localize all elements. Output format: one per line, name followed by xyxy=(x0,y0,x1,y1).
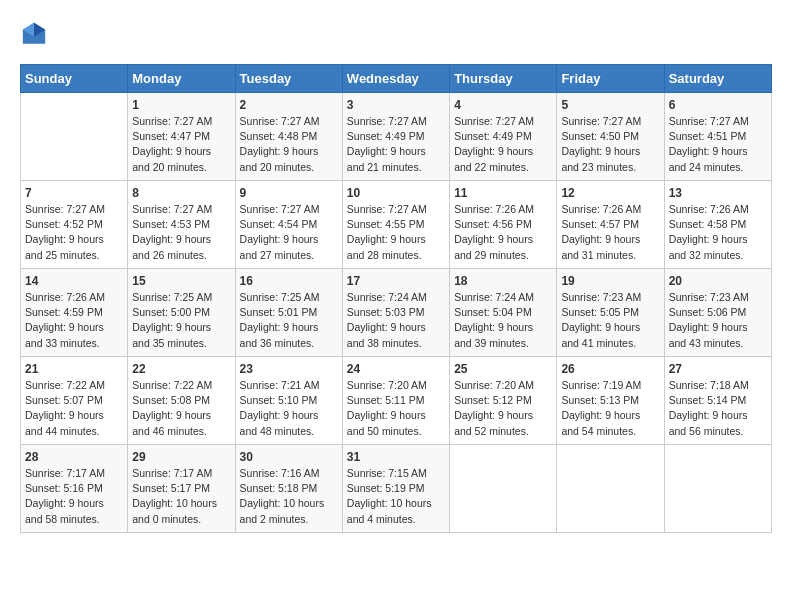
calendar-cell: 3Sunrise: 7:27 AM Sunset: 4:49 PM Daylig… xyxy=(342,93,449,181)
calendar-cell: 1Sunrise: 7:27 AM Sunset: 4:47 PM Daylig… xyxy=(128,93,235,181)
day-number: 15 xyxy=(132,274,230,288)
day-info: Sunrise: 7:27 AM Sunset: 4:53 PM Dayligh… xyxy=(132,202,230,263)
day-number: 13 xyxy=(669,186,767,200)
calendar-cell: 30Sunrise: 7:16 AM Sunset: 5:18 PM Dayli… xyxy=(235,445,342,533)
calendar-cell: 27Sunrise: 7:18 AM Sunset: 5:14 PM Dayli… xyxy=(664,357,771,445)
day-info: Sunrise: 7:27 AM Sunset: 4:48 PM Dayligh… xyxy=(240,114,338,175)
day-info: Sunrise: 7:27 AM Sunset: 4:47 PM Dayligh… xyxy=(132,114,230,175)
calendar-cell: 18Sunrise: 7:24 AM Sunset: 5:04 PM Dayli… xyxy=(450,269,557,357)
day-number: 28 xyxy=(25,450,123,464)
day-info: Sunrise: 7:23 AM Sunset: 5:06 PM Dayligh… xyxy=(669,290,767,351)
page-header xyxy=(20,20,772,48)
calendar-week-row: 14Sunrise: 7:26 AM Sunset: 4:59 PM Dayli… xyxy=(21,269,772,357)
day-info: Sunrise: 7:26 AM Sunset: 4:59 PM Dayligh… xyxy=(25,290,123,351)
calendar-cell: 5Sunrise: 7:27 AM Sunset: 4:50 PM Daylig… xyxy=(557,93,664,181)
day-number: 6 xyxy=(669,98,767,112)
calendar-cell: 23Sunrise: 7:21 AM Sunset: 5:10 PM Dayli… xyxy=(235,357,342,445)
calendar-cell: 20Sunrise: 7:23 AM Sunset: 5:06 PM Dayli… xyxy=(664,269,771,357)
calendar-cell: 2Sunrise: 7:27 AM Sunset: 4:48 PM Daylig… xyxy=(235,93,342,181)
calendar-cell: 19Sunrise: 7:23 AM Sunset: 5:05 PM Dayli… xyxy=(557,269,664,357)
day-info: Sunrise: 7:20 AM Sunset: 5:11 PM Dayligh… xyxy=(347,378,445,439)
calendar-cell: 7Sunrise: 7:27 AM Sunset: 4:52 PM Daylig… xyxy=(21,181,128,269)
calendar-cell xyxy=(21,93,128,181)
day-info: Sunrise: 7:27 AM Sunset: 4:50 PM Dayligh… xyxy=(561,114,659,175)
day-number: 8 xyxy=(132,186,230,200)
calendar-header: SundayMondayTuesdayWednesdayThursdayFrid… xyxy=(21,65,772,93)
day-info: Sunrise: 7:23 AM Sunset: 5:05 PM Dayligh… xyxy=(561,290,659,351)
day-number: 22 xyxy=(132,362,230,376)
calendar-cell: 8Sunrise: 7:27 AM Sunset: 4:53 PM Daylig… xyxy=(128,181,235,269)
calendar-cell: 17Sunrise: 7:24 AM Sunset: 5:03 PM Dayli… xyxy=(342,269,449,357)
day-info: Sunrise: 7:27 AM Sunset: 4:49 PM Dayligh… xyxy=(347,114,445,175)
day-info: Sunrise: 7:26 AM Sunset: 4:57 PM Dayligh… xyxy=(561,202,659,263)
day-number: 19 xyxy=(561,274,659,288)
calendar-cell: 14Sunrise: 7:26 AM Sunset: 4:59 PM Dayli… xyxy=(21,269,128,357)
day-number: 14 xyxy=(25,274,123,288)
day-info: Sunrise: 7:27 AM Sunset: 4:52 PM Dayligh… xyxy=(25,202,123,263)
calendar-table: SundayMondayTuesdayWednesdayThursdayFrid… xyxy=(20,64,772,533)
day-number: 21 xyxy=(25,362,123,376)
weekday-header: Tuesday xyxy=(235,65,342,93)
day-info: Sunrise: 7:27 AM Sunset: 4:49 PM Dayligh… xyxy=(454,114,552,175)
calendar-cell: 21Sunrise: 7:22 AM Sunset: 5:07 PM Dayli… xyxy=(21,357,128,445)
day-info: Sunrise: 7:20 AM Sunset: 5:12 PM Dayligh… xyxy=(454,378,552,439)
calendar-body: 1Sunrise: 7:27 AM Sunset: 4:47 PM Daylig… xyxy=(21,93,772,533)
day-number: 24 xyxy=(347,362,445,376)
day-number: 12 xyxy=(561,186,659,200)
day-number: 10 xyxy=(347,186,445,200)
day-number: 18 xyxy=(454,274,552,288)
day-number: 27 xyxy=(669,362,767,376)
day-info: Sunrise: 7:22 AM Sunset: 5:07 PM Dayligh… xyxy=(25,378,123,439)
day-info: Sunrise: 7:24 AM Sunset: 5:03 PM Dayligh… xyxy=(347,290,445,351)
calendar-cell: 29Sunrise: 7:17 AM Sunset: 5:17 PM Dayli… xyxy=(128,445,235,533)
day-info: Sunrise: 7:25 AM Sunset: 5:00 PM Dayligh… xyxy=(132,290,230,351)
day-number: 5 xyxy=(561,98,659,112)
calendar-cell: 13Sunrise: 7:26 AM Sunset: 4:58 PM Dayli… xyxy=(664,181,771,269)
day-info: Sunrise: 7:15 AM Sunset: 5:19 PM Dayligh… xyxy=(347,466,445,527)
weekday-header: Wednesday xyxy=(342,65,449,93)
calendar-cell xyxy=(557,445,664,533)
calendar-cell xyxy=(450,445,557,533)
day-info: Sunrise: 7:16 AM Sunset: 5:18 PM Dayligh… xyxy=(240,466,338,527)
calendar-cell: 31Sunrise: 7:15 AM Sunset: 5:19 PM Dayli… xyxy=(342,445,449,533)
calendar-cell: 12Sunrise: 7:26 AM Sunset: 4:57 PM Dayli… xyxy=(557,181,664,269)
calendar-cell: 22Sunrise: 7:22 AM Sunset: 5:08 PM Dayli… xyxy=(128,357,235,445)
logo xyxy=(20,20,52,48)
day-number: 25 xyxy=(454,362,552,376)
day-info: Sunrise: 7:26 AM Sunset: 4:56 PM Dayligh… xyxy=(454,202,552,263)
day-info: Sunrise: 7:17 AM Sunset: 5:16 PM Dayligh… xyxy=(25,466,123,527)
day-number: 23 xyxy=(240,362,338,376)
logo-icon xyxy=(20,20,48,48)
calendar-cell: 10Sunrise: 7:27 AM Sunset: 4:55 PM Dayli… xyxy=(342,181,449,269)
day-info: Sunrise: 7:18 AM Sunset: 5:14 PM Dayligh… xyxy=(669,378,767,439)
day-info: Sunrise: 7:19 AM Sunset: 5:13 PM Dayligh… xyxy=(561,378,659,439)
day-number: 16 xyxy=(240,274,338,288)
calendar-cell: 26Sunrise: 7:19 AM Sunset: 5:13 PM Dayli… xyxy=(557,357,664,445)
weekday-header: Thursday xyxy=(450,65,557,93)
calendar-cell: 16Sunrise: 7:25 AM Sunset: 5:01 PM Dayli… xyxy=(235,269,342,357)
day-info: Sunrise: 7:26 AM Sunset: 4:58 PM Dayligh… xyxy=(669,202,767,263)
day-number: 2 xyxy=(240,98,338,112)
calendar-cell: 28Sunrise: 7:17 AM Sunset: 5:16 PM Dayli… xyxy=(21,445,128,533)
calendar-cell: 24Sunrise: 7:20 AM Sunset: 5:11 PM Dayli… xyxy=(342,357,449,445)
day-number: 9 xyxy=(240,186,338,200)
day-info: Sunrise: 7:27 AM Sunset: 4:51 PM Dayligh… xyxy=(669,114,767,175)
calendar-week-row: 1Sunrise: 7:27 AM Sunset: 4:47 PM Daylig… xyxy=(21,93,772,181)
calendar-week-row: 21Sunrise: 7:22 AM Sunset: 5:07 PM Dayli… xyxy=(21,357,772,445)
day-number: 29 xyxy=(132,450,230,464)
day-info: Sunrise: 7:17 AM Sunset: 5:17 PM Dayligh… xyxy=(132,466,230,527)
day-info: Sunrise: 7:22 AM Sunset: 5:08 PM Dayligh… xyxy=(132,378,230,439)
calendar-cell: 25Sunrise: 7:20 AM Sunset: 5:12 PM Dayli… xyxy=(450,357,557,445)
weekday-header: Friday xyxy=(557,65,664,93)
day-number: 4 xyxy=(454,98,552,112)
calendar-cell: 6Sunrise: 7:27 AM Sunset: 4:51 PM Daylig… xyxy=(664,93,771,181)
day-info: Sunrise: 7:24 AM Sunset: 5:04 PM Dayligh… xyxy=(454,290,552,351)
weekday-header: Monday xyxy=(128,65,235,93)
calendar-cell xyxy=(664,445,771,533)
day-info: Sunrise: 7:25 AM Sunset: 5:01 PM Dayligh… xyxy=(240,290,338,351)
day-number: 17 xyxy=(347,274,445,288)
calendar-week-row: 28Sunrise: 7:17 AM Sunset: 5:16 PM Dayli… xyxy=(21,445,772,533)
day-number: 1 xyxy=(132,98,230,112)
day-number: 7 xyxy=(25,186,123,200)
day-number: 3 xyxy=(347,98,445,112)
